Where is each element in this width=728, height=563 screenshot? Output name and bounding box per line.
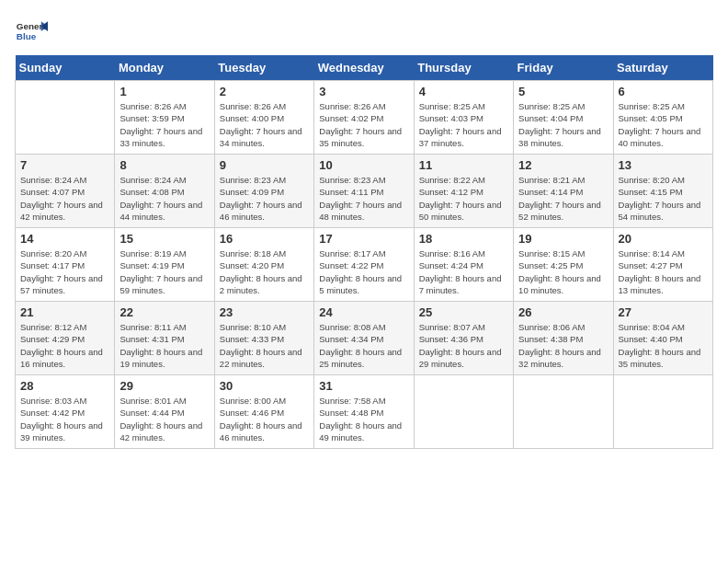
day-number: 19 bbox=[518, 232, 608, 246]
day-info: Sunrise: 8:20 AMSunset: 4:15 PMDaylight:… bbox=[619, 174, 708, 223]
calendar-cell: 12 Sunrise: 8:21 AMSunset: 4:14 PMDaylig… bbox=[514, 155, 613, 228]
calendar-cell: 29 Sunrise: 8:01 AMSunset: 4:44 PMDaylig… bbox=[115, 375, 214, 449]
calendar-week-row: 7 Sunrise: 8:24 AMSunset: 4:07 PMDayligh… bbox=[16, 155, 713, 228]
day-number: 23 bbox=[220, 305, 309, 319]
day-info: Sunrise: 8:26 AMSunset: 4:00 PMDaylight:… bbox=[220, 100, 309, 149]
day-info: Sunrise: 8:23 AMSunset: 4:09 PMDaylight:… bbox=[220, 174, 309, 223]
day-info: Sunrise: 8:01 AMSunset: 4:44 PMDaylight:… bbox=[119, 395, 209, 443]
day-number: 27 bbox=[619, 305, 708, 319]
day-number: 9 bbox=[220, 158, 309, 172]
calendar-cell: 8 Sunrise: 8:24 AMSunset: 4:08 PMDayligh… bbox=[115, 155, 214, 228]
day-info: Sunrise: 8:19 AMSunset: 4:19 PMDaylight:… bbox=[119, 247, 209, 296]
calendar-cell: 14 Sunrise: 8:20 AMSunset: 4:17 PMDaylig… bbox=[16, 228, 115, 302]
day-info: Sunrise: 8:07 AMSunset: 4:36 PMDaylight:… bbox=[419, 321, 508, 370]
day-number: 20 bbox=[619, 232, 708, 246]
calendar-cell: 22 Sunrise: 8:11 AMSunset: 4:31 PMDaylig… bbox=[115, 302, 214, 375]
day-number: 6 bbox=[619, 85, 708, 98]
header-tuesday: Tuesday bbox=[214, 55, 313, 81]
day-number: 4 bbox=[419, 85, 508, 98]
calendar-week-row: 21 Sunrise: 8:12 AMSunset: 4:29 PMDaylig… bbox=[16, 302, 713, 375]
header-wednesday: Wednesday bbox=[314, 55, 414, 81]
header-monday: Monday bbox=[115, 55, 214, 81]
calendar-cell: 3 Sunrise: 8:26 AMSunset: 4:02 PMDayligh… bbox=[314, 81, 414, 155]
calendar-cell: 19 Sunrise: 8:15 AMSunset: 4:25 PMDaylig… bbox=[514, 228, 613, 302]
calendar-cell: 16 Sunrise: 8:18 AMSunset: 4:20 PMDaylig… bbox=[214, 228, 313, 302]
day-number: 8 bbox=[119, 158, 209, 172]
header-friday: Friday bbox=[514, 55, 613, 81]
header-saturday: Saturday bbox=[613, 55, 712, 81]
calendar-table: SundayMondayTuesdayWednesdayThursdayFrid… bbox=[15, 55, 713, 449]
day-number: 22 bbox=[119, 305, 209, 319]
calendar-week-row: 1 Sunrise: 8:26 AMSunset: 3:59 PMDayligh… bbox=[16, 81, 713, 155]
day-info: Sunrise: 8:15 AMSunset: 4:25 PMDaylight:… bbox=[518, 247, 608, 296]
calendar-cell: 20 Sunrise: 8:14 AMSunset: 4:27 PMDaylig… bbox=[613, 228, 712, 302]
logo: General Blue bbox=[15, 15, 48, 48]
calendar-cell: 25 Sunrise: 8:07 AMSunset: 4:36 PMDaylig… bbox=[414, 302, 513, 375]
day-info: Sunrise: 8:14 AMSunset: 4:27 PMDaylight:… bbox=[619, 247, 708, 296]
day-number: 3 bbox=[319, 85, 408, 98]
day-info: Sunrise: 8:11 AMSunset: 4:31 PMDaylight:… bbox=[119, 321, 209, 370]
calendar-cell: 9 Sunrise: 8:23 AMSunset: 4:09 PMDayligh… bbox=[214, 155, 313, 228]
day-info: Sunrise: 8:24 AMSunset: 4:08 PMDaylight:… bbox=[119, 174, 209, 223]
calendar-cell bbox=[613, 375, 712, 449]
day-number: 28 bbox=[20, 379, 109, 393]
day-number: 29 bbox=[119, 379, 209, 393]
calendar-cell: 4 Sunrise: 8:25 AMSunset: 4:03 PMDayligh… bbox=[414, 81, 513, 155]
day-number: 24 bbox=[319, 305, 408, 319]
calendar-cell: 5 Sunrise: 8:25 AMSunset: 4:04 PMDayligh… bbox=[514, 81, 613, 155]
calendar-cell: 2 Sunrise: 8:26 AMSunset: 4:00 PMDayligh… bbox=[214, 81, 313, 155]
day-number: 31 bbox=[319, 379, 408, 393]
header-thursday: Thursday bbox=[414, 55, 513, 81]
day-info: Sunrise: 8:21 AMSunset: 4:14 PMDaylight:… bbox=[518, 174, 608, 223]
calendar-cell bbox=[514, 375, 613, 449]
day-number: 7 bbox=[20, 158, 109, 172]
calendar-cell bbox=[414, 375, 513, 449]
calendar-cell: 6 Sunrise: 8:25 AMSunset: 4:05 PMDayligh… bbox=[613, 81, 712, 155]
calendar-cell: 1 Sunrise: 8:26 AMSunset: 3:59 PMDayligh… bbox=[115, 81, 214, 155]
calendar-cell: 11 Sunrise: 8:22 AMSunset: 4:12 PMDaylig… bbox=[414, 155, 513, 228]
day-info: Sunrise: 8:10 AMSunset: 4:33 PMDaylight:… bbox=[220, 321, 309, 370]
day-number: 21 bbox=[20, 305, 109, 319]
calendar-cell: 27 Sunrise: 8:04 AMSunset: 4:40 PMDaylig… bbox=[613, 302, 712, 375]
day-info: Sunrise: 8:23 AMSunset: 4:11 PMDaylight:… bbox=[319, 174, 408, 223]
calendar-cell: 21 Sunrise: 8:12 AMSunset: 4:29 PMDaylig… bbox=[16, 302, 115, 375]
day-info: Sunrise: 8:06 AMSunset: 4:38 PMDaylight:… bbox=[518, 321, 608, 370]
day-info: Sunrise: 8:04 AMSunset: 4:40 PMDaylight:… bbox=[619, 321, 708, 370]
day-number: 13 bbox=[619, 158, 708, 172]
day-number: 15 bbox=[119, 232, 209, 246]
day-number: 10 bbox=[319, 158, 408, 172]
day-number: 14 bbox=[20, 232, 109, 246]
day-info: Sunrise: 8:24 AMSunset: 4:07 PMDaylight:… bbox=[20, 174, 109, 223]
day-info: Sunrise: 8:26 AMSunset: 4:02 PMDaylight:… bbox=[319, 100, 408, 149]
day-number: 2 bbox=[220, 85, 309, 98]
day-info: Sunrise: 8:22 AMSunset: 4:12 PMDaylight:… bbox=[419, 174, 508, 223]
day-info: Sunrise: 8:25 AMSunset: 4:05 PMDaylight:… bbox=[619, 100, 708, 149]
calendar-cell: 24 Sunrise: 8:08 AMSunset: 4:34 PMDaylig… bbox=[314, 302, 414, 375]
day-number: 17 bbox=[319, 232, 408, 246]
calendar-cell bbox=[16, 81, 115, 155]
day-info: Sunrise: 8:16 AMSunset: 4:24 PMDaylight:… bbox=[419, 247, 508, 296]
day-info: Sunrise: 8:17 AMSunset: 4:22 PMDaylight:… bbox=[319, 247, 408, 296]
day-info: Sunrise: 8:18 AMSunset: 4:20 PMDaylight:… bbox=[220, 247, 309, 296]
calendar-cell: 28 Sunrise: 8:03 AMSunset: 4:42 PMDaylig… bbox=[16, 375, 115, 449]
day-number: 30 bbox=[220, 379, 309, 393]
day-info: Sunrise: 8:25 AMSunset: 4:04 PMDaylight:… bbox=[518, 100, 608, 149]
calendar-cell: 17 Sunrise: 8:17 AMSunset: 4:22 PMDaylig… bbox=[314, 228, 414, 302]
calendar-week-row: 28 Sunrise: 8:03 AMSunset: 4:42 PMDaylig… bbox=[16, 375, 713, 449]
day-info: Sunrise: 8:08 AMSunset: 4:34 PMDaylight:… bbox=[319, 321, 408, 370]
page-header: General Blue bbox=[15, 15, 713, 48]
calendar-cell: 31 Sunrise: 7:58 AMSunset: 4:48 PMDaylig… bbox=[314, 375, 414, 449]
calendar-cell: 30 Sunrise: 8:00 AMSunset: 4:46 PMDaylig… bbox=[214, 375, 313, 449]
header-sunday: Sunday bbox=[16, 55, 115, 81]
day-info: Sunrise: 8:03 AMSunset: 4:42 PMDaylight:… bbox=[20, 395, 109, 443]
calendar-cell: 15 Sunrise: 8:19 AMSunset: 4:19 PMDaylig… bbox=[115, 228, 214, 302]
day-number: 18 bbox=[419, 232, 508, 246]
day-info: Sunrise: 8:12 AMSunset: 4:29 PMDaylight:… bbox=[20, 321, 109, 370]
calendar-cell: 18 Sunrise: 8:16 AMSunset: 4:24 PMDaylig… bbox=[414, 228, 513, 302]
day-number: 26 bbox=[518, 305, 608, 319]
day-info: Sunrise: 8:00 AMSunset: 4:46 PMDaylight:… bbox=[220, 395, 309, 443]
calendar-cell: 23 Sunrise: 8:10 AMSunset: 4:33 PMDaylig… bbox=[214, 302, 313, 375]
day-number: 5 bbox=[518, 85, 608, 98]
day-number: 12 bbox=[518, 158, 608, 172]
day-number: 25 bbox=[419, 305, 508, 319]
